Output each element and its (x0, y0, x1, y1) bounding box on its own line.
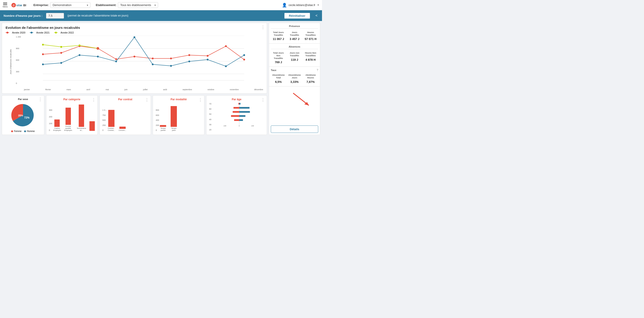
reinitialiser-button[interactable]: Réinitialiser (284, 13, 310, 19)
svg-rect-55 (239, 119, 243, 121)
svg-point-28 (60, 62, 62, 64)
jours-travailles-label: Jours Travaillés (288, 31, 301, 36)
par-contrat-more-icon[interactable]: ⋮ (145, 97, 149, 102)
line-2022 (43, 45, 98, 48)
user-area[interactable]: 👤 cecile.leblanc@silae.fr ▼ (282, 3, 319, 7)
total-jours-travailles-cell: Total Jours Travaillés 11 067 J (271, 30, 286, 41)
details-button[interactable]: Détails (271, 126, 318, 133)
mod-y-800: 800 (156, 109, 159, 111)
legend-2022-label: Année 2022 (60, 31, 74, 34)
presence-stats-grid: Total Jours Travaillés 11 067 J Jours Tr… (271, 30, 318, 41)
svg-point-33 (152, 63, 154, 65)
par-age-more-icon[interactable]: ⋮ (261, 97, 265, 102)
user-chevron-icon: ▼ (317, 4, 319, 6)
svg-point-5 (6, 32, 8, 33)
x-label-dec: décembre (254, 88, 263, 91)
x-label-jan: janvier (24, 88, 30, 91)
total-jours-travailles-label: Total Jours Travaillés (272, 31, 285, 36)
arrow-container (291, 91, 313, 110)
par-sexe-title: Par sexe (5, 98, 41, 101)
svg-point-35 (188, 60, 190, 62)
svg-point-26 (243, 59, 245, 60)
collapse-button[interactable]: < (314, 14, 318, 18)
absenteisme-jours-value: 3,33% (288, 80, 301, 84)
enterprise-select[interactable]: Demonstration (50, 2, 90, 8)
cont-bar-2: Conven... (119, 127, 126, 131)
pie-chart-container: 28% 72% Femme Homme (5, 102, 41, 133)
cat-y-0: 0 (49, 129, 52, 131)
par-contrat-card: ⋮ Par contrat 1 0... 750 500 250 0 Contr… (100, 95, 151, 135)
par-categorie-more-icon[interactable]: ⋮ (92, 97, 96, 102)
logo: @ silæ BI (12, 2, 28, 8)
cont-y-500: 500 (102, 119, 107, 121)
x-label-oct: octobre (208, 88, 214, 91)
presence-section: Présence Total Jours Travaillés 11 067 J… (269, 23, 320, 43)
absenteisme-heures-value: 7,87% (304, 80, 317, 84)
toolbar-label: Nombre d'heures par jours : (4, 14, 42, 17)
femme-legend: Femme (11, 130, 22, 133)
y-axis-label: Jours d'absences recalculés (10, 52, 12, 74)
svg-point-39 (42, 44, 44, 46)
par-modalite-more-icon[interactable]: ⋮ (198, 97, 202, 102)
x-label-jul: juillet (143, 88, 148, 91)
svg-point-34 (170, 65, 172, 67)
svg-point-38 (243, 54, 245, 56)
hours-per-day-input[interactable] (46, 13, 64, 18)
par-categorie-title: Par catégorie (49, 98, 95, 101)
svg-rect-48 (234, 107, 239, 109)
etablissement-select-wrapper[interactable]: Tous les établissements (118, 2, 158, 8)
svg-point-19 (115, 58, 117, 60)
mod-label-2: Tempsplein (171, 127, 177, 131)
svg-point-36 (206, 59, 208, 60)
svg-point-41 (79, 44, 80, 46)
par-sexe-card: Par sexe 28% 72% (2, 95, 44, 135)
help-icon[interactable]: ? (317, 69, 318, 72)
svg-rect-53 (239, 115, 246, 117)
age-30: 30 (209, 124, 214, 126)
absenteisme-jours-cell: Absentéisme Jours 3,33% (287, 73, 302, 84)
mod-label-1: Tempspartiel (160, 127, 166, 131)
heures-non-travaillees-cell: Heures Non Travaillées 4 878 H (303, 51, 318, 65)
cat-bar-3: Techniciens et... (75, 105, 88, 131)
presence-title: Présence (271, 25, 318, 29)
menu-label: Menu (3, 5, 8, 8)
enterprise-select-wrapper[interactable]: Demonstration (50, 2, 90, 8)
etablissement-group: Etablissement: Tous les établissements (96, 2, 158, 8)
y-tick-1200: 1 200 (16, 36, 24, 38)
absenteisme-heures-label: Abntéisme Heures (304, 74, 317, 79)
cont-label-2: Conven... (119, 129, 126, 131)
jours-non-travailles-cell: Jours non Travaillés 119 J (287, 51, 302, 65)
par-sexe-more-icon[interactable]: ⋮ (38, 97, 42, 102)
user-email: cecile.leblanc@silae.fr (289, 3, 316, 7)
cat-bar-4-rect (90, 121, 95, 131)
femme-label: Femme (14, 130, 22, 133)
x-label-sep: septembre (182, 88, 192, 91)
pie-chart-svg: 28% 72% (10, 102, 36, 129)
enterprise-label: Entreprise: (34, 3, 49, 7)
cont-y-0: 0 (102, 129, 107, 131)
par-contrat-title: Par contrat (102, 98, 148, 101)
legend-2021-label: Année 2021 (36, 31, 50, 34)
cont-bar-1-rect (108, 110, 114, 127)
svg-point-37 (225, 65, 227, 67)
age-20: 20 (209, 129, 214, 131)
absenteisme-total-label: Absentéisme Total (272, 74, 285, 79)
svg-rect-51 (239, 111, 250, 113)
mod-bar-2: Tempsplein (170, 106, 177, 131)
arrow-svg (291, 91, 313, 109)
menu-button[interactable]: Menu (3, 2, 8, 8)
chart-legend: Année 2020 Année 2021 Année 2022 (6, 31, 263, 34)
etablissement-select[interactable]: Tous les établissements (118, 2, 158, 8)
heures-travaillees-label: Heures Travaillées (304, 31, 317, 36)
x-label-feb: février (46, 88, 51, 91)
svg-point-24 (206, 55, 208, 57)
cont-bar-1: Contrat...Contrat... (108, 110, 115, 131)
svg-text:silæ: silæ (16, 3, 22, 7)
homme-legend: Homme (24, 130, 35, 133)
taux-section: Taux ? Absentéisme Total 6,5% Absentéism… (269, 67, 320, 86)
line-chart-more-icon[interactable]: ⋮ (261, 25, 265, 30)
mod-y-600: 600 (156, 114, 159, 116)
main-content: ⋮ Evolution de l'absentéisme en jours re… (0, 21, 322, 137)
svg-point-29 (79, 54, 80, 56)
cont-label-1: Contrat...Contrat... (108, 127, 115, 131)
